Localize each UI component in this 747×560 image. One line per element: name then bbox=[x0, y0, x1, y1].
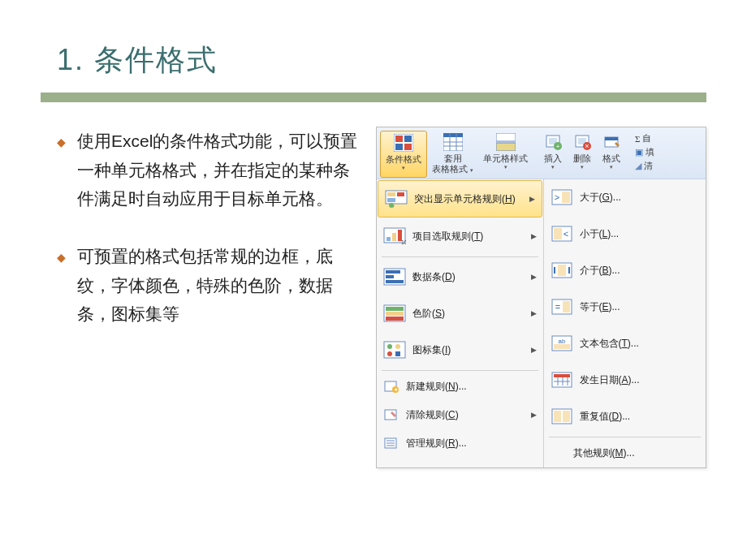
bullet-icon: ◆ bbox=[57, 248, 66, 268]
delete-button[interactable]: × 删除 ▾ bbox=[568, 131, 597, 178]
ribbon-label: 删除 bbox=[573, 153, 591, 164]
insert-icon: + bbox=[543, 132, 563, 152]
greater-than-item[interactable]: > 大于(G)... bbox=[544, 179, 706, 216]
table-format-icon bbox=[443, 132, 463, 152]
bullet-text: 使用Excel的条件格式功能，可以预置一种单元格格式，并在指定的某种条件满足时自… bbox=[77, 127, 360, 213]
chevron-down-icon: ▾ bbox=[551, 164, 555, 170]
svg-rect-45 bbox=[395, 351, 400, 356]
icon-sets-item[interactable]: 图标集(I) ▶ bbox=[377, 332, 543, 368]
clear-rules-item[interactable]: 清除规则(C) ▶ bbox=[377, 401, 543, 429]
svg-text:>: > bbox=[554, 192, 559, 202]
data-bars-item[interactable]: 数据条(D) ▶ bbox=[377, 259, 543, 295]
less-than-item[interactable]: < 小于(L)... bbox=[544, 216, 706, 252]
manage-rules-icon bbox=[383, 436, 399, 450]
chevron-down-icon: ▾ bbox=[581, 164, 584, 170]
svg-rect-41 bbox=[384, 342, 405, 358]
between-icon bbox=[551, 261, 573, 279]
color-scales-item[interactable]: 色阶(S) ▶ bbox=[377, 295, 543, 332]
chevron-right-icon: ▶ bbox=[531, 232, 537, 240]
autosum-icon[interactable]: Σ bbox=[635, 134, 640, 144]
blank-icon bbox=[551, 446, 567, 460]
svg-rect-38 bbox=[386, 307, 404, 311]
conditional-format-icon bbox=[394, 133, 413, 153]
svg-rect-4 bbox=[404, 144, 412, 150]
manage-rules-item[interactable]: 管理规则(R)... bbox=[377, 429, 543, 458]
svg-rect-61 bbox=[558, 265, 566, 276]
date-occurring-item[interactable]: 发生日期(A)... bbox=[544, 362, 706, 398]
highlight-cells-rules-item[interactable]: 突出显示单元格规则(H) ▶ bbox=[378, 180, 542, 218]
cell-styles-button[interactable]: 单元格样式 ▾ bbox=[478, 131, 533, 178]
svg-rect-78 bbox=[563, 411, 570, 422]
greater-than-icon: > bbox=[551, 188, 573, 206]
highlight-rules-submenu: > 大于(G)... < 小于(L)... 介于(B bbox=[544, 179, 706, 467]
bullet-list: ◆ 使用Excel的条件格式功能，可以预置一种单元格格式，并在指定的某种条件满足… bbox=[41, 127, 360, 468]
more-rules-item[interactable]: 其他规则(M)... bbox=[544, 439, 706, 467]
conditional-format-menu: 突出显示单元格规则(H) ▶ 10 项目选取规则(T) ▶ bbox=[377, 179, 544, 467]
format-button[interactable]: 格式 ▾ bbox=[597, 131, 626, 178]
data-bars-icon bbox=[383, 268, 406, 286]
text-contains-item[interactable]: ab 文本包含(T)... bbox=[544, 325, 706, 362]
list-item: ◆ 使用Excel的条件格式功能，可以预置一种单元格格式，并在指定的某种条件满足… bbox=[57, 127, 360, 213]
top-bottom-rules-item[interactable]: 10 项目选取规则(T) ▶ bbox=[377, 218, 543, 255]
between-item[interactable]: 介于(B)... bbox=[544, 252, 706, 289]
menu-label: 重复值(D)... bbox=[580, 410, 700, 424]
date-icon bbox=[551, 371, 573, 389]
ribbon-label: 格式 bbox=[602, 153, 620, 164]
list-item: ◆ 可预置的格式包括常规的边框，底纹，字体颜色，特殊的色阶，数据条，图标集等 bbox=[57, 242, 360, 329]
clear-rules-icon bbox=[383, 407, 399, 422]
svg-rect-58 bbox=[554, 228, 562, 239]
fill-icon[interactable]: ▣ bbox=[635, 147, 643, 157]
cell-styles-icon bbox=[496, 132, 516, 152]
svg-rect-30 bbox=[392, 233, 396, 241]
svg-text:10: 10 bbox=[401, 239, 406, 245]
menu-label: 图标集(I) bbox=[412, 343, 525, 357]
new-rule-item[interactable]: ★ 新建规则(N)... bbox=[377, 373, 543, 401]
svg-rect-36 bbox=[386, 280, 404, 283]
svg-point-42 bbox=[387, 344, 392, 349]
svg-rect-6 bbox=[443, 133, 463, 137]
menu-label: 大于(G)... bbox=[580, 191, 700, 205]
color-scales-icon bbox=[383, 304, 406, 322]
svg-rect-25 bbox=[397, 192, 404, 196]
svg-rect-35 bbox=[386, 275, 394, 278]
svg-rect-12 bbox=[496, 143, 516, 151]
ribbon-label: 插入 bbox=[544, 153, 562, 164]
duplicate-icon bbox=[551, 407, 573, 425]
conditional-format-button[interactable]: 条件格式 ▾ bbox=[380, 131, 427, 178]
svg-rect-26 bbox=[387, 198, 395, 202]
slide-title: 1. 条件格式 bbox=[57, 41, 706, 80]
editing-group: Σ自 ▣填 ◢清 bbox=[632, 131, 656, 172]
duplicate-values-item[interactable]: 重复值(D)... bbox=[544, 398, 706, 435]
menu-label: 色阶(S) bbox=[412, 307, 525, 321]
svg-text:×: × bbox=[585, 142, 589, 150]
svg-rect-3 bbox=[395, 144, 403, 150]
chevron-right-icon: ▶ bbox=[531, 309, 537, 317]
chevron-right-icon: ▶ bbox=[531, 346, 537, 354]
menu-label: 新建规则(N)... bbox=[406, 380, 537, 394]
menu-label: 管理规则(R)... bbox=[406, 437, 537, 450]
svg-rect-40 bbox=[386, 317, 404, 321]
menu-label: 数据条(D) bbox=[412, 270, 525, 284]
clear-icon[interactable]: ◢ bbox=[635, 161, 641, 171]
svg-rect-1 bbox=[395, 136, 403, 142]
equal-to-icon: = bbox=[551, 298, 573, 316]
svg-rect-11 bbox=[496, 133, 516, 141]
format-icon bbox=[602, 132, 621, 152]
svg-rect-29 bbox=[386, 237, 391, 241]
equal-to-item[interactable]: = 等于(E)... bbox=[544, 289, 706, 325]
svg-rect-71 bbox=[554, 374, 570, 377]
top-rules-icon: 10 bbox=[383, 227, 406, 245]
chevron-right-icon: ▶ bbox=[531, 273, 537, 281]
icon-sets-icon bbox=[383, 341, 406, 359]
svg-text:=: = bbox=[555, 302, 559, 312]
ribbon-label: 套用表格格式 ▾ bbox=[432, 153, 473, 174]
less-than-icon: < bbox=[551, 225, 573, 243]
delete-icon: × bbox=[572, 132, 592, 152]
insert-button[interactable]: + 插入 ▾ bbox=[538, 131, 568, 178]
bullet-text: 可预置的格式包括常规的边框，底纹，字体颜色，特殊的色阶，数据条，图标集等 bbox=[77, 242, 360, 329]
table-format-button[interactable]: 套用表格格式 ▾ bbox=[427, 131, 478, 178]
chevron-right-icon: ▶ bbox=[531, 411, 537, 419]
new-rule-icon: ★ bbox=[383, 379, 399, 394]
menu-label: 小于(L)... bbox=[580, 227, 700, 241]
svg-rect-34 bbox=[386, 270, 400, 274]
